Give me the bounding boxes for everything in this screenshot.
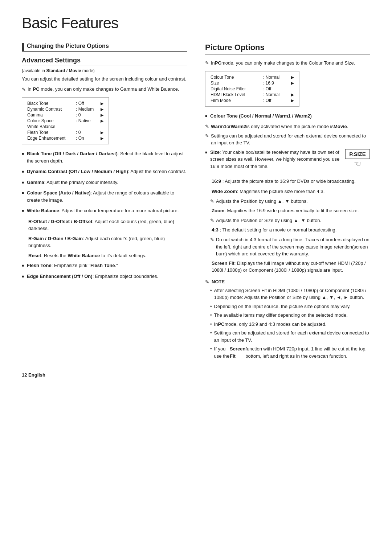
left-column: Changing the Picture Options Advanced Se… [22, 43, 187, 283]
menu-row: Film Mode : Off ▶ [210, 98, 295, 103]
size-43: 4:3 : The default setting for a movie or… [205, 226, 370, 234]
sub-text-roffset: R-Offset / G-Offset / B-Offset: Adjust e… [22, 218, 187, 232]
section-header-right: Picture Options [205, 43, 370, 54]
picture-options-menu: Colour Tone : Normal ▶ Size : 16:9 ▶ Dig… [205, 71, 299, 107]
note-item: After selecting Screen Fit in HDMI (1080… [210, 287, 370, 301]
psize-label: P.SIZE [345, 149, 370, 159]
subsection-title: Advanced Settings [22, 57, 187, 66]
menu-row: Digital Noise Filter : Off [210, 86, 295, 92]
list-item-size: Size: Your cable box/satellite receiver … [205, 149, 341, 170]
menu-row: Dynamic Contrast : Medium ▶ [26, 106, 104, 112]
list-item: Black Tone (Off / Dark / Darker / Darkes… [22, 150, 187, 164]
note-section: NOTE After selecting Screen Fit in HDMI … [205, 279, 370, 360]
note-list: After selecting Screen Fit in HDMI (1080… [205, 287, 370, 360]
advanced-settings-menu: Black Tone : Off ▶ Dynamic Contrast : Me… [22, 97, 109, 144]
list-item: White Balance: Adjust the colour tempera… [22, 207, 187, 214]
header-bar [22, 43, 24, 51]
menu-row: Colour Space : Native ▶ [26, 118, 104, 124]
pc-note-left: In PC mode, you can only make changes to… [22, 86, 187, 93]
menu-row: Flesh Tone : 0 ▶ [26, 130, 104, 135]
list-item-colour-tone: Colour Tone (Cool / Normal / Warm1 / War… [205, 112, 370, 120]
psize-badge-container: P.SIZE ☜ [345, 149, 370, 169]
note-item: If you use the Screen Fit function with … [210, 345, 370, 360]
pc-note-right: In PC mode, you can only make changes to… [205, 59, 370, 67]
note-item: In PC mode, only 16:9 and 4:3 modes can … [210, 321, 370, 328]
page-footer: 12 English [22, 372, 370, 378]
language-label: English [28, 372, 45, 378]
sub-text-rgain: R-Gain / G-Gain / B-Gain: Adjust each co… [22, 235, 187, 249]
menu-row: White Balance [26, 124, 104, 130]
available-note: (available in Standard / Movie mode) [22, 68, 187, 73]
size-block: Size: Your cable box/satellite receiver … [205, 149, 370, 174]
menu-row: Edge Enhancement : On ▶ [26, 135, 104, 141]
page-title: Basic Features [22, 15, 370, 32]
menu-row: Size : 16:9 ▶ [210, 80, 295, 86]
section-title-left: Changing the Picture Options [27, 43, 109, 51]
menu-row: HDMI Black Level : Normal ▶ [210, 92, 295, 98]
intro-text: You can adjust the detailed setting for … [22, 75, 187, 83]
size-169: 16:9 : Adjusts the picture size to 16:9 … [205, 178, 370, 185]
zoom-note: Adjusts the Position or Size by using ▲,… [205, 217, 370, 224]
right-column: Picture Options In PC mode, you can only… [205, 43, 370, 361]
size-zoom: Zoom: Magnifies the 16:9 wide pictures v… [205, 207, 370, 214]
note-item: The available items may differ depending… [210, 312, 370, 319]
screen-fit: Screen Fit: Displays the full image with… [205, 260, 370, 274]
settings-stored-note: Settings can be adjusted and stored for … [205, 132, 370, 147]
more-feature-list: Flesh Tone: Emphasize pink "Flesh Tone."… [22, 262, 187, 280]
warm-note: Warm1 or Warm2 is only activated when th… [205, 123, 370, 130]
wide-zoom-note: Adjusts the Position by using ▲, ▼ butto… [205, 198, 370, 205]
size-43-note: Do not watch in 4:3 format for a long ti… [205, 236, 370, 258]
list-item: Gamma: Adjust the primary colour intensi… [22, 179, 187, 186]
list-item: Colour Space (Auto / Native): Adjust the… [22, 189, 187, 204]
sub-text-reset: Reset: Resets the White Balance to it's … [22, 252, 187, 259]
list-item: Flesh Tone: Emphasize pink "Flesh Tone." [22, 262, 187, 269]
section-header-left: Changing the Picture Options [22, 43, 187, 52]
note-item: Settings can be adjusted and stored for … [210, 329, 370, 344]
list-item: Edge Enhancement (Off / On): Emphasize o… [22, 273, 187, 280]
menu-row: Colour Tone : Normal ▶ [210, 74, 295, 80]
note-header: NOTE [205, 279, 370, 285]
menu-row: Gamma : 0 ▶ [26, 112, 104, 118]
feature-list: Black Tone (Off / Dark / Darker / Darkes… [22, 150, 187, 214]
size-content: Size: Your cable box/satellite receiver … [205, 149, 341, 174]
size-wide-zoom: Wide Zoom: Magnifies the picture size mo… [205, 188, 370, 195]
section-title-right: Picture Options [205, 43, 370, 54]
list-item: Dynamic Contrast (Off / Low / Medium / H… [22, 168, 187, 175]
menu-row: Black Tone : Off ▶ [26, 100, 104, 106]
psize-hand-icon: ☜ [345, 159, 370, 169]
note-item: Depending on the input source, the pictu… [210, 303, 370, 310]
page-number: 12 [22, 372, 27, 378]
right-feature-list: Colour Tone (Cool / Normal / Warm1 / War… [205, 112, 370, 120]
